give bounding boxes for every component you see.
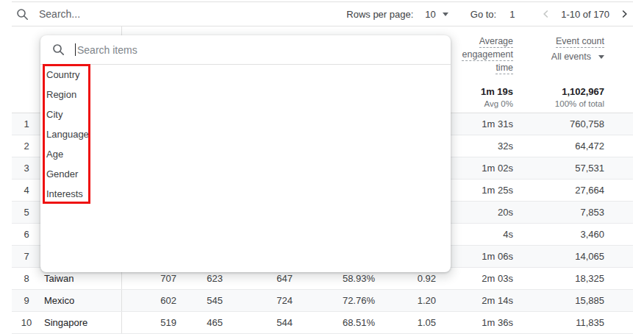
dimension-list: CountryRegionCityLanguageAgeGenderIntere…	[40, 65, 451, 204]
metric-cell: 544	[230, 312, 300, 333]
row-number: 7	[12, 246, 41, 267]
avg-engagement-cell: 1m 06s	[443, 246, 520, 267]
metric-cell: 68.51%	[300, 312, 382, 333]
previous-page-button[interactable]	[537, 5, 555, 23]
chevron-left-icon	[542, 10, 551, 18]
row-number: 9	[12, 290, 41, 311]
header-event-count[interactable]: Event count All events	[520, 26, 633, 82]
event-count-label: Event count	[556, 36, 604, 48]
header-avg-engagement-time[interactable]: Average engagement time	[443, 26, 520, 82]
row-number: 6	[12, 224, 41, 245]
dimension-item[interactable]: Age	[40, 144, 451, 164]
page-range-text: 1-10 of 170	[561, 9, 609, 20]
metric-cell: 1.05	[382, 312, 443, 333]
event-count-cell: 15,885	[520, 290, 633, 311]
row-number: 5	[12, 202, 41, 223]
dimension-item[interactable]: Gender	[40, 164, 451, 184]
event-count-cell: 27,664	[520, 180, 633, 201]
dimension-search-input[interactable]	[77, 44, 451, 56]
goto-label: Go to:	[471, 9, 496, 20]
dimension-item[interactable]: Region	[40, 85, 451, 104]
event-count-cell: 11,835	[520, 312, 633, 333]
event-count-cell: 760,758	[520, 113, 633, 135]
pager: 1-10 of 170	[537, 5, 633, 23]
event-count-cell: 64,472	[520, 135, 633, 157]
avg-engagement-cell: 20s	[443, 202, 520, 223]
row-number: 1	[12, 113, 41, 135]
avg-engagement-cell: 1m 36s	[443, 312, 520, 333]
rows-per-page-label: Rows per page:	[346, 9, 413, 20]
dimension-item[interactable]: Language	[40, 124, 451, 144]
search-icon	[16, 8, 29, 21]
chevron-down-icon	[598, 55, 604, 59]
pagination-controls: Rows per page: 10 Go to: 1-10 of 170	[346, 5, 633, 23]
country-cell: Mexico	[41, 290, 122, 311]
analytics-table-page: Rows per page: 10 Go to: 1-10 of 170	[0, 0, 644, 334]
totals-event-count: 1,102,967 100% of total	[520, 82, 633, 113]
dimension-item[interactable]: Interests	[40, 184, 451, 204]
text-cursor	[75, 43, 76, 56]
avg-engagement-cell: 1m 25s	[443, 180, 520, 201]
dimension-item[interactable]: Country	[40, 65, 451, 85]
country-cell: Singapore	[41, 312, 122, 333]
totals-avg-engagement: 1m 19s Avg 0%	[443, 82, 520, 113]
dimension-search[interactable]	[40, 35, 451, 65]
rows-per-page-value: 10	[425, 9, 435, 20]
table-search[interactable]	[16, 8, 171, 21]
chevron-right-icon	[620, 10, 629, 18]
search-icon	[52, 43, 65, 56]
metric-cell: 465	[184, 312, 230, 333]
avg-engagement-cell: 2m 03s	[443, 268, 520, 289]
metric-cell: 545	[184, 290, 230, 311]
avg-engagement-cell: 4s	[443, 224, 520, 245]
metric-cell: 724	[230, 290, 300, 311]
table-row: 9 Mexico 602 545 724 72.76% 1.20 2m 14s …	[12, 290, 633, 312]
row-number: 2	[12, 135, 41, 157]
event-filter-dropdown[interactable]: All events	[551, 51, 604, 62]
metric-cell: 72.76%	[300, 290, 382, 311]
search-input[interactable]	[39, 8, 171, 20]
event-count-cell: 57,531	[520, 157, 633, 179]
row-number: 10	[12, 312, 41, 333]
avg-engagement-cell: 32s	[443, 135, 520, 157]
event-count-cell: 18,325	[520, 268, 633, 289]
header-row-number	[12, 26, 41, 82]
event-count-cell: 7,853	[520, 202, 633, 223]
dimension-picker-panel: CountryRegionCityLanguageAgeGenderIntere…	[40, 35, 451, 272]
event-count-cell: 3,460	[520, 224, 633, 245]
metric-cell: 1.20	[382, 290, 443, 311]
avg-engagement-cell: 1m 02s	[443, 157, 520, 179]
table-row: 10 Singapore 519 465 544 68.51% 1.05 1m …	[12, 312, 633, 334]
rows-per-page-select[interactable]: 10	[425, 9, 448, 20]
goto-page-input[interactable]	[509, 9, 526, 20]
row-number: 4	[12, 180, 41, 201]
dimension-item[interactable]: City	[40, 104, 451, 124]
row-number: 3	[12, 157, 41, 179]
event-filter-value: All events	[551, 51, 591, 62]
avg-engagement-cell: 2m 14s	[443, 290, 520, 311]
row-number: 8	[12, 268, 41, 289]
metric-cell: 519	[122, 312, 184, 333]
next-page-button[interactable]	[615, 5, 633, 23]
table-toolbar: Rows per page: 10 Go to: 1-10 of 170	[12, 2, 633, 26]
event-count-cell: 14,065	[520, 246, 633, 267]
metric-cell: 602	[122, 290, 184, 311]
avg-engagement-cell: 1m 31s	[443, 113, 520, 135]
chevron-down-icon	[443, 13, 448, 16]
